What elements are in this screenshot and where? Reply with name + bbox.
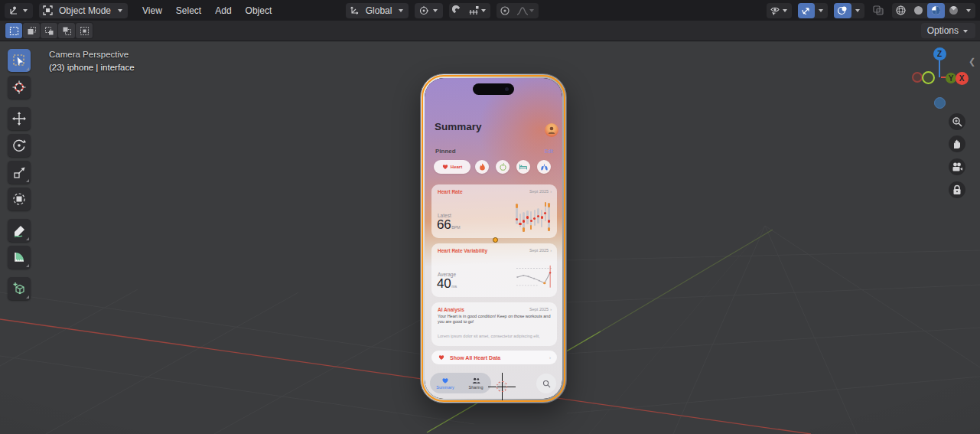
edit-link[interactable]: Edit: [545, 148, 553, 154]
editor-type-chevron-icon: [22, 7, 29, 14]
shading-chevron-icon: [965, 7, 972, 14]
gizmo-z-label: Z: [937, 50, 942, 58]
gizmo-chevron-icon: [818, 7, 825, 14]
shading-dropdown-button[interactable]: [962, 3, 975, 18]
select-mode-set-button[interactable]: [5, 23, 22, 38]
magnet-icon: [452, 5, 463, 16]
gizmo-axis-x[interactable]: X: [956, 72, 969, 85]
shading-wireframe-button[interactable]: [892, 3, 910, 18]
sleep-chip[interactable]: [516, 160, 530, 174]
sidebar-collapse-arrow[interactable]: ❮: [969, 57, 975, 67]
axis-y-line: [601, 230, 773, 331]
shading-rendered-button[interactable]: [945, 3, 962, 18]
options-button[interactable]: Options: [921, 23, 975, 38]
zoom-view-button[interactable]: [949, 113, 965, 130]
nutrition-chip[interactable]: [496, 160, 510, 174]
heart-tab-icon: [441, 377, 449, 384]
snap-target-chevron-icon: [480, 7, 487, 14]
xray-toggle-button[interactable]: [872, 5, 884, 16]
tool-rotate-button[interactable]: [8, 134, 31, 157]
tool-transform-button[interactable]: [8, 188, 31, 210]
gizmo-axis-neg-x[interactable]: [912, 72, 923, 83]
snap-increment-icon: [469, 5, 480, 16]
gizmo-dropdown-button[interactable]: [815, 3, 828, 18]
tab-summary[interactable]: Summary: [430, 373, 461, 393]
respiratory-chip[interactable]: [537, 160, 551, 174]
mode-selector[interactable]: Object Mode: [39, 3, 128, 18]
show-gizmo-button[interactable]: [798, 3, 815, 18]
pinned-section-label: Pinned: [435, 148, 456, 155]
shading-material-button[interactable]: [927, 3, 945, 18]
orientation-label: Global: [363, 5, 396, 16]
shading-group: [892, 3, 975, 18]
menu-view[interactable]: View: [135, 3, 169, 18]
menu-add[interactable]: Add: [208, 3, 238, 18]
viewport-3d[interactable]: Camera Perspective (23) iphone | interfa…: [0, 41, 980, 434]
chevron-right-icon: ›: [550, 307, 552, 312]
select-mode-invert-button[interactable]: [58, 23, 75, 38]
hr-cap: [545, 202, 547, 207]
tool-annotate-button[interactable]: [8, 219, 31, 242]
gizmo-axis-z[interactable]: Z: [933, 47, 946, 60]
proportional-edit-button[interactable]: [497, 3, 513, 18]
lock-view-button[interactable]: [949, 181, 965, 198]
editor-type-button[interactable]: [5, 3, 33, 18]
object-mode-icon: [43, 5, 53, 15]
hrv-card[interactable]: Heart Rate Variability Sept 2025› Averag…: [431, 243, 557, 297]
gizmo-axis-y[interactable]: Y: [946, 73, 956, 83]
snap-toggle-button[interactable]: [449, 3, 466, 18]
mode-label: Object Mode: [56, 5, 114, 16]
tab-sharing[interactable]: Sharing: [461, 373, 491, 393]
pivot-point-button[interactable]: [415, 3, 443, 18]
bed-icon: [519, 164, 527, 170]
heart-rate-card[interactable]: Heart Rate Sept 2025› Latest 66BPM: [431, 184, 557, 238]
show-overlays-button[interactable]: [834, 3, 851, 18]
menu-object[interactable]: Object: [239, 3, 279, 18]
camera-view-button[interactable]: [949, 158, 965, 175]
show-all-label: Show All Heart Data: [450, 355, 500, 361]
blender-window: Object Mode View Select Add Object Globa…: [0, 0, 980, 434]
tab-label: Sharing: [469, 385, 483, 390]
card-title: Heart Rate: [438, 189, 463, 194]
view-name-label: Camera Perspective: [49, 48, 135, 61]
hr-dot: [548, 220, 550, 222]
proportional-edit-icon: [500, 5, 510, 16]
tool-cursor-button[interactable]: [8, 76, 31, 99]
gizmo-axis-neg-y[interactable]: [922, 71, 935, 84]
hrv-chart: [516, 263, 552, 291]
overlays-dropdown-button[interactable]: [851, 3, 864, 18]
shading-solid-button[interactable]: [910, 3, 927, 18]
heart-category-chip[interactable]: Heart: [434, 160, 470, 174]
select-mode-intersect-button[interactable]: [76, 23, 93, 38]
tool-more-indicator: [26, 264, 29, 267]
front-camera-dot: [505, 87, 509, 91]
tab-label: Summary: [436, 385, 454, 390]
cursor-3d[interactable]: [490, 375, 513, 398]
avatar[interactable]: [545, 123, 558, 137]
page-title: Summary: [435, 121, 482, 132]
transform-orientation-button[interactable]: Global: [346, 3, 409, 18]
tab-bar: Summary Sharing: [430, 373, 491, 393]
show-all-heart-data-button[interactable]: Show All Heart Data ›: [431, 351, 557, 364]
hr-cap: [548, 203, 550, 207]
navigation-gizmo[interactable]: Y X Z: [907, 41, 980, 115]
select-mode-subtract-button[interactable]: [41, 23, 57, 38]
card-title: AI Analysis: [438, 307, 464, 312]
tool-move-button[interactable]: [8, 107, 31, 130]
tool-add-cube-button[interactable]: [8, 277, 31, 300]
tool-measure-button[interactable]: [8, 246, 31, 269]
tool-select-box-button[interactable]: [8, 49, 31, 72]
pan-view-button[interactable]: [949, 135, 965, 152]
gizmo-axis-neg-z[interactable]: [934, 97, 946, 109]
menu-select[interactable]: Select: [169, 3, 208, 18]
select-mode-extend-button[interactable]: [23, 23, 40, 38]
snap-target-button[interactable]: [466, 3, 490, 18]
hr-dot: [530, 220, 532, 222]
fitness-chip[interactable]: [475, 160, 489, 174]
selectability-button[interactable]: [767, 3, 792, 18]
object-origin-dot[interactable]: [493, 237, 498, 243]
proportional-falloff-button[interactable]: [513, 3, 539, 18]
search-button[interactable]: [536, 374, 556, 393]
ai-analysis-card[interactable]: AI Analysis Sept 2025› Your Heart is in …: [431, 302, 557, 346]
tool-scale-button[interactable]: [8, 161, 31, 184]
